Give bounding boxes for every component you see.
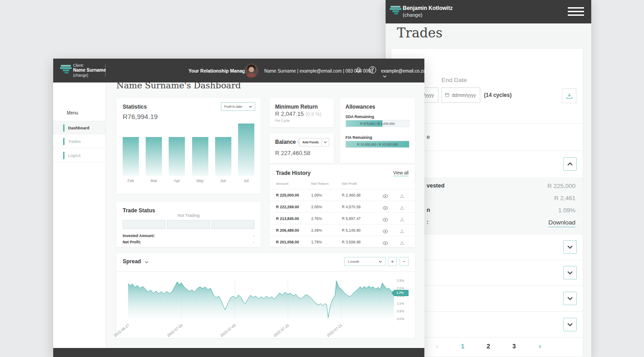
item-indicator — [63, 152, 64, 159]
value: R 2,047.15 — [275, 110, 304, 117]
fia-progress-text: R 10,000,000 / R 10,000,000 — [346, 141, 409, 148]
net-profit-cell: R 5,897.47 — [342, 216, 361, 221]
sidebar-item-trades[interactable]: Trades — [53, 135, 106, 148]
trade-history-card: Trade History View all Amount Net Return… — [270, 165, 415, 247]
end-date-input[interactable] — [452, 93, 479, 98]
expand-chevron-down-button[interactable] — [563, 318, 577, 331]
pagination-page-3[interactable]: 3 — [509, 343, 520, 350]
view-all-link[interactable]: View all — [393, 170, 409, 176]
range-select[interactable]: 1 month — [344, 257, 386, 266]
add-funds-button[interactable]: Add Funds — [299, 138, 329, 146]
spread-title: Spread — [123, 258, 141, 265]
title-text: Balance — [275, 139, 296, 145]
net-profit-cell: R 3,599.98 — [342, 240, 361, 244]
table-row: R 225,000.00 1.09% R 2,460.58 — [270, 189, 415, 201]
bar-jun — [215, 137, 231, 176]
y-tick: 0.5% — [397, 310, 404, 313]
net-return-cell: 1.79% — [311, 240, 322, 244]
statistics-filter-select[interactable]: Profit to date — [221, 102, 255, 111]
sidebar-item-logout[interactable]: Logout — [53, 149, 106, 162]
view-trade-eye-icon[interactable] — [382, 204, 388, 212]
change-client-link[interactable]: (change) — [73, 73, 88, 78]
col-net-profit: Net Profit — [342, 182, 357, 186]
expand-chevron-down-button[interactable] — [563, 266, 577, 279]
account-menu[interactable]: example@email.co.za — [381, 69, 426, 78]
bar-jul — [238, 124, 254, 176]
download-trade-icon[interactable] — [400, 192, 405, 200]
x-tick: 2022-07-21 — [321, 323, 343, 342]
change-client-link[interactable]: (change) — [403, 12, 422, 18]
download-trade-icon[interactable] — [400, 227, 405, 235]
account-email: example@email.co.za — [381, 69, 426, 73]
help-icon[interactable]: ? — [369, 66, 376, 73]
download-trade-icon[interactable] — [400, 239, 405, 247]
add-funds-dropdown[interactable] — [322, 138, 329, 146]
view-trade-eye-icon[interactable] — [382, 239, 388, 247]
profit-bar-chart — [123, 124, 254, 176]
view-trade-eye-icon[interactable] — [382, 192, 388, 200]
cycles-count: (14 cycles) — [484, 92, 511, 98]
zoom-in-button[interactable]: + — [388, 257, 397, 266]
download-trades-button[interactable] — [562, 88, 576, 103]
menu-label: Menu — [67, 110, 78, 115]
y-tick: 1.0% — [397, 302, 404, 305]
download-trade-icon[interactable] — [400, 204, 405, 212]
view-trade-eye-icon[interactable] — [382, 215, 388, 224]
desktop-background: Benjamin Kotlowitz (change) Trades End D… — [0, 0, 644, 357]
pagination-prev[interactable]: ‹ — [432, 343, 442, 350]
net-profit-cell: R 5,149.90 — [342, 228, 361, 233]
dashboard-header-bar: Client: Name Surname (change) Your Relat… — [53, 59, 424, 82]
trade-status-card: Trade Status Not Trading Invested Amount… — [116, 202, 261, 247]
header-divider — [105, 64, 106, 77]
trade-row-label-fragment: e — [427, 133, 430, 140]
expand-chevron-down-button[interactable] — [563, 292, 577, 305]
dashboard-window: Client: Name Surname (change) Your Relat… — [53, 59, 424, 357]
download-trade-icon[interactable] — [400, 215, 405, 224]
detail-label-fragment: vested — [427, 183, 445, 189]
table-row: R 206,489.00 2.49% R 5,149.90 — [270, 224, 415, 236]
spread-title-dropdown[interactable]: Spread — [123, 258, 148, 265]
y-tick: 0.0% — [397, 317, 404, 320]
trading-status-text: Not Trading — [116, 213, 261, 218]
segment — [123, 220, 166, 229]
detail-label-fragment: n — [427, 207, 430, 213]
end-date-field[interactable] — [442, 87, 480, 103]
relationship-manager-avatar — [244, 64, 258, 78]
x-tick: 2022-07-03 — [161, 323, 184, 342]
notifications-bell-icon[interactable] — [355, 67, 362, 75]
col-net-return: Net Return — [311, 182, 329, 186]
relationship-manager-label: Your Relationship Manager — [189, 68, 249, 73]
download-statement-link[interactable]: Download — [548, 219, 575, 227]
sidebar-item-label: Dashboard — [68, 126, 89, 130]
collapse-chevron-up-button[interactable] — [563, 157, 577, 171]
calendar-icon — [445, 91, 450, 99]
month-label: Feb — [123, 178, 139, 183]
trade-history-title: Trade History — [276, 170, 311, 176]
bar-mar — [146, 137, 162, 176]
y-tick: 2.5% — [397, 279, 404, 282]
sidebar-item-dashboard[interactable]: Dashboard — [53, 121, 106, 134]
dashboard-title: Name Surname's Dashboard — [116, 80, 241, 90]
view-trade-eye-icon[interactable] — [382, 227, 388, 235]
table-row: R 222,269.00 2.06% R 4,570.59 — [270, 201, 415, 212]
balance-card: Balancei Add Funds R 227,460.58 — [270, 133, 334, 163]
net-profit-value: - — [253, 240, 254, 244]
pagination-page-1[interactable]: 1 — [457, 343, 468, 350]
client-name: Benjamin Kotlowitz — [403, 5, 453, 11]
spread-area-chart — [128, 279, 394, 319]
bar-chart-labels: Feb Mar Apr May Jun Jul — [123, 178, 254, 183]
sidebar-item-label: Trades — [68, 139, 81, 144]
dashboard-footer-bar — [53, 348, 424, 357]
spread-divider — [116, 271, 415, 272]
zoom-out-button[interactable]: − — [400, 257, 409, 266]
segment — [212, 220, 254, 229]
segment — [167, 220, 210, 229]
sda-progress-text: R 575,500 / R 1,000,000 — [346, 120, 409, 127]
sidebar: Menu Dashboard Trades Logout — [53, 82, 106, 348]
pagination-page-2[interactable]: 2 — [483, 343, 494, 350]
net-profit-cell: R 4,570.59 — [342, 205, 361, 209]
expand-chevron-down-button[interactable] — [563, 240, 577, 254]
pagination-next[interactable]: › — [534, 343, 545, 350]
hamburger-menu-icon[interactable] — [568, 7, 584, 16]
bar-apr — [169, 137, 185, 176]
